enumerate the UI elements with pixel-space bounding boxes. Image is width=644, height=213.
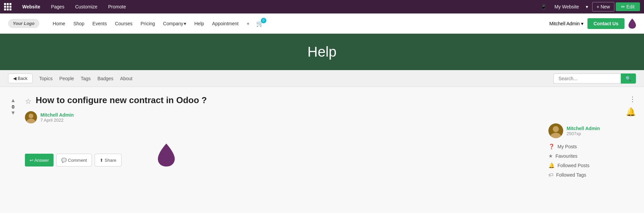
post-meta: Mitchell Admin 7 April 2022 bbox=[25, 111, 528, 123]
promote-link[interactable]: Promote bbox=[105, 3, 129, 11]
nav-home[interactable]: Home bbox=[49, 19, 69, 28]
sidebar-avatar bbox=[548, 123, 563, 138]
nav-bar: Your Logo Home Shop Events Courses Prici… bbox=[0, 13, 644, 34]
search-button[interactable]: 🔍 bbox=[621, 73, 636, 84]
svg-point-4 bbox=[553, 126, 559, 132]
followed-tags-icon: 🏷 bbox=[548, 172, 553, 178]
grid-icon[interactable] bbox=[4, 3, 11, 10]
notification-bell-icon[interactable]: 🔔 bbox=[626, 107, 636, 117]
vote-column: ▲ 0 ▼ bbox=[8, 98, 18, 178]
nav-events[interactable]: Events bbox=[89, 19, 110, 28]
post-actions: ↩ Answer 💬 Comment ⬆ Share bbox=[25, 154, 528, 166]
my-website-button[interactable]: My Website ▾ bbox=[552, 3, 591, 11]
vote-down-button[interactable]: ▼ bbox=[10, 110, 16, 116]
cart-icon[interactable]: 🛒 0 bbox=[256, 20, 264, 27]
svg-point-1 bbox=[29, 114, 33, 118]
sidebar-links: ❓ My Posts ★ Favourites 🔔 Followed Posts… bbox=[548, 144, 636, 178]
about-link[interactable]: About bbox=[120, 74, 133, 83]
author-name[interactable]: Mitchell Admin bbox=[40, 112, 74, 118]
right-column: ⋮ 🔔 Mitchell Admin 2507xp ❓ bbox=[535, 95, 636, 178]
main-content: ▲ 0 ▼ ☆ How to configure new contract in… bbox=[0, 87, 644, 186]
people-link[interactable]: People bbox=[59, 74, 74, 83]
nav-help[interactable]: Help bbox=[191, 19, 207, 28]
customize-link[interactable]: Customize bbox=[72, 3, 100, 11]
logo[interactable]: Your Logo bbox=[8, 19, 39, 28]
hero-section: Help bbox=[0, 34, 644, 70]
vote-up-button[interactable]: ▲ bbox=[10, 98, 16, 103]
search-area: 🔍 bbox=[553, 73, 636, 84]
nav-plus[interactable]: + bbox=[243, 19, 253, 28]
nav-right: Mitchell Admin ▾ Contact Us bbox=[549, 18, 636, 29]
followed-tags-link[interactable]: 🏷 Followed Tags bbox=[548, 172, 636, 178]
badges-link[interactable]: Badges bbox=[97, 74, 113, 83]
followed-posts-icon: 🔔 bbox=[548, 162, 555, 169]
sidebar-username[interactable]: Mitchell Admin bbox=[567, 126, 600, 131]
back-button[interactable]: ◀ Back bbox=[8, 73, 33, 83]
share-button[interactable]: ⬆ Share bbox=[95, 154, 121, 166]
sidebar-section: Mitchell Admin 2507xp ❓ My Posts ★ Favou… bbox=[548, 123, 636, 178]
contact-us-button[interactable]: Contact Us bbox=[587, 18, 624, 29]
answer-button[interactable]: ↩ Answer bbox=[25, 154, 54, 166]
page-title: Help bbox=[0, 44, 644, 60]
topics-link[interactable]: Topics bbox=[39, 74, 53, 83]
admin-bar-left: Website Pages Customize Promote bbox=[4, 3, 129, 11]
mobile-icon[interactable]: 📱 bbox=[538, 3, 549, 11]
favourites-link[interactable]: ★ Favourites bbox=[548, 153, 636, 159]
admin-bar: Website Pages Customize Promote 📱 My Web… bbox=[0, 0, 644, 13]
website-label: Website bbox=[20, 3, 43, 11]
nav-company[interactable]: Company ▾ bbox=[160, 19, 190, 28]
sidebar-user: Mitchell Admin 2507xp bbox=[548, 123, 636, 138]
vote-count: 0 bbox=[12, 104, 14, 110]
nav-courses[interactable]: Courses bbox=[111, 19, 136, 28]
star-button[interactable]: ☆ bbox=[25, 97, 32, 106]
nav-links: Home Shop Events Courses Pricing Company… bbox=[49, 19, 543, 28]
post-date: 7 April 2022 bbox=[40, 118, 74, 123]
post-title: How to configure new contract in Odoo ? bbox=[36, 95, 528, 105]
new-button[interactable]: + New bbox=[592, 2, 614, 11]
nav-shop[interactable]: Shop bbox=[70, 19, 88, 28]
edit-button[interactable]: ✏ Edit bbox=[616, 2, 640, 11]
tags-link[interactable]: Tags bbox=[81, 74, 91, 83]
user-menu-button[interactable]: Mitchell Admin ▾ bbox=[549, 21, 583, 26]
search-input[interactable] bbox=[553, 73, 621, 84]
author-avatar bbox=[25, 111, 37, 123]
sidebar-xp: 2507xp bbox=[567, 131, 600, 136]
pages-link[interactable]: Pages bbox=[48, 3, 67, 11]
post-options-button[interactable]: ⋮ bbox=[629, 95, 636, 103]
nav-pricing[interactable]: Pricing bbox=[137, 19, 159, 28]
my-posts-icon: ❓ bbox=[548, 144, 555, 150]
favourites-icon: ★ bbox=[548, 153, 553, 159]
post-area: ☆ How to configure new contract in Odoo … bbox=[25, 95, 528, 178]
nav-appointment[interactable]: Appointment bbox=[209, 19, 242, 28]
comment-button[interactable]: 💬 Comment bbox=[56, 154, 92, 166]
admin-bar-right: 📱 My Website ▾ + New ✏ Edit bbox=[538, 2, 640, 11]
cart-badge: 0 bbox=[261, 18, 266, 23]
followed-posts-link[interactable]: 🔔 Followed Posts bbox=[548, 162, 636, 169]
odoo-drop-nav bbox=[629, 19, 636, 29]
post-header: ☆ How to configure new contract in Odoo … bbox=[25, 95, 528, 106]
my-posts-link[interactable]: ❓ My Posts bbox=[548, 144, 636, 150]
sub-nav: ◀ Back Topics People Tags Badges About 🔍 bbox=[0, 70, 644, 87]
sub-nav-links: Topics People Tags Badges About bbox=[39, 74, 133, 83]
odoo-drop-post bbox=[158, 144, 175, 166]
